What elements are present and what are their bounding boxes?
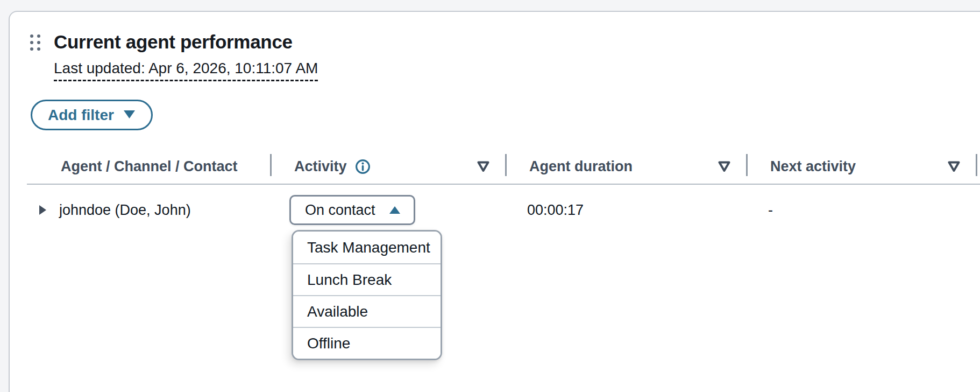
agent-cell: johndoe (Doe, John): [27, 202, 271, 219]
menu-item-available[interactable]: Available: [293, 295, 441, 327]
table-header-row: Agent / Channel / Contact Activity Agent…: [27, 150, 980, 185]
menu-item-task-management[interactable]: Task Management: [293, 232, 441, 263]
drag-handle-icon[interactable]: [30, 34, 40, 51]
column-header-activity: Activity: [271, 150, 506, 184]
activity-cell: On contact: [271, 195, 506, 225]
column-label: Next activity: [770, 158, 856, 175]
activity-dropdown-menu: Task Management Lunch Break Available Of…: [292, 230, 442, 360]
agent-name: johndoe (Doe, John): [59, 202, 191, 219]
filter-icon[interactable]: [718, 161, 730, 172]
column-header-agent-duration: Agent duration: [506, 150, 747, 184]
add-filter-button[interactable]: Add filter: [31, 100, 153, 130]
next-activity-cell: -: [747, 202, 976, 219]
caret-up-icon: [389, 206, 401, 214]
menu-item-offline[interactable]: Offline: [293, 327, 441, 359]
info-icon[interactable]: [355, 159, 371, 174]
add-filter-label: Add filter: [48, 107, 114, 124]
column-header-overflow: [976, 150, 980, 184]
column-header-agent-channel-contact: Agent / Channel / Contact: [27, 150, 271, 184]
agent-duration-cell: 00:00:17: [506, 202, 747, 219]
last-updated-timestamp[interactable]: Last updated: Apr 6, 2026, 10:11:07 AM: [54, 60, 318, 81]
page-title: Current agent performance: [54, 31, 293, 53]
filter-icon[interactable]: [948, 161, 960, 172]
filter-icon[interactable]: [477, 161, 489, 172]
column-label: Activity: [294, 158, 347, 175]
table-row: johndoe (Doe, John) On contact 00:00:17 …: [27, 186, 980, 234]
caret-down-icon: [123, 110, 136, 121]
column-label: Agent duration: [529, 158, 633, 175]
activity-status-label: On contact: [305, 202, 375, 219]
activity-status-dropdown-button[interactable]: On contact: [289, 195, 415, 225]
column-header-next-activity: Next activity: [747, 150, 976, 184]
row-expand-icon[interactable]: [38, 204, 47, 216]
menu-item-lunch-break[interactable]: Lunch Break: [293, 263, 441, 295]
column-label: Agent / Channel / Contact: [61, 158, 238, 175]
